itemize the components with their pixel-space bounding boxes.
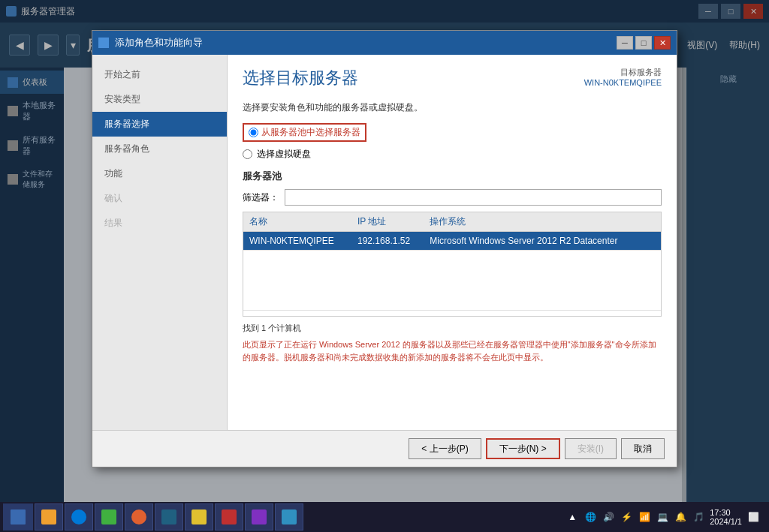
target-server-name: WIN-N0KTEMQIPEE — [584, 78, 662, 87]
radio-pool-label: 从服务器池中选择服务器 — [261, 126, 360, 139]
col-header-ip: IP 地址 — [351, 212, 424, 232]
tray-icon-5: 📶 — [638, 510, 651, 524]
tray-icon-4: ⚡ — [620, 510, 633, 524]
dialog-overlay: 添加角色和功能向导 ─ □ ✕ 开始之前 安装类型 — [0, 0, 769, 532]
tray-icon-3: 🔊 — [602, 510, 615, 524]
app7-icon — [222, 509, 237, 524]
target-server-label: 目标服务器 — [584, 67, 662, 78]
row-os: Microsoft Windows Server 2012 R2 Datacen… — [424, 232, 647, 251]
server-pool-section: 服务器池 筛选器： 名称 — [243, 170, 662, 363]
taskbar-item-app4[interactable] — [125, 503, 153, 530]
nav-step-confirm: 确认 — [92, 186, 227, 211]
col-header-name: 名称 — [243, 212, 351, 232]
install-button[interactable]: 安装(I) — [565, 438, 617, 459]
radio-vhd-label: 选择虚拟硬盘 — [257, 148, 311, 161]
dialog-title: 添加角色和功能向导 — [115, 36, 203, 50]
back-button[interactable]: < 上一步(P) — [409, 438, 481, 459]
dialog-minimize-button[interactable]: ─ — [617, 36, 633, 50]
nav-step-start[interactable]: 开始之前 — [92, 62, 227, 87]
table-footer-info: 找到 1 个计算机 — [243, 323, 662, 334]
nav-step-server-select[interactable]: 服务器选择 — [92, 112, 227, 137]
tray-icon-2: 🌐 — [584, 510, 597, 524]
taskbar-item-app6[interactable] — [185, 503, 213, 530]
taskbar-item-app7[interactable] — [215, 503, 243, 530]
dialog-main-content: 选择目标服务器 目标服务器 WIN-N0KTEMQIPEE 选择要安装角色和功能… — [228, 55, 677, 430]
dialog-body: 开始之前 安装类型 服务器选择 服务器角色 功能 确认 — [92, 55, 677, 430]
start-button[interactable] — [3, 503, 33, 530]
nav-step-install-type[interactable]: 安装类型 — [92, 87, 227, 112]
explorer-icon — [41, 509, 56, 524]
app6-icon — [191, 509, 207, 524]
row-extra — [647, 232, 661, 251]
filter-label: 筛选器： — [243, 191, 279, 204]
taskbar-item-app3[interactable] — [95, 503, 123, 530]
start-icon — [11, 509, 26, 524]
table-row[interactable]: WIN-N0KTEMQIPEE 192.168.1.52 Microsoft W… — [243, 232, 661, 251]
radio-pool-input[interactable] — [249, 128, 258, 137]
dialog-icon — [98, 38, 109, 48]
app3-icon — [101, 509, 116, 524]
dialog-close-button[interactable]: ✕ — [654, 36, 671, 50]
taskbar-item-edge[interactable] — [65, 503, 93, 530]
cancel-button[interactable]: 取消 — [621, 438, 665, 459]
col-header-extra — [647, 212, 661, 232]
tray-icon-8: 🎵 — [692, 510, 705, 524]
row-name: WIN-N0KTEMQIPEE — [243, 232, 351, 251]
dialog-titlebar: 添加角色和功能向导 ─ □ ✕ — [92, 31, 677, 55]
table-empty-row — [243, 251, 661, 311]
filter-row: 筛选器： — [243, 189, 662, 206]
app5-icon — [161, 509, 176, 524]
tray-icon-9: ⬜ — [746, 510, 760, 524]
dialog-maximize-button[interactable]: □ — [635, 36, 652, 50]
nav-step-server-roles[interactable]: 服务器角色 — [92, 137, 227, 161]
server-table: 名称 IP 地址 操作系统 WIN-N0KTEMQIPEE — [243, 212, 661, 311]
edge-icon — [71, 509, 86, 524]
dialog-nav: 开始之前 安装类型 服务器选择 服务器角色 功能 确认 — [92, 55, 228, 430]
dialog-header: 选择目标服务器 目标服务器 WIN-N0KTEMQIPEE — [243, 67, 662, 89]
app8-icon — [252, 509, 267, 524]
nav-step-result: 结果 — [92, 211, 227, 236]
nav-step-features[interactable]: 功能 — [92, 161, 227, 186]
tray-icon-6: 💻 — [656, 510, 669, 524]
taskbar-item-explorer[interactable] — [35, 503, 63, 530]
clock: 17:302024/1/1 — [710, 508, 742, 526]
dialog-titlebar-controls: ─ □ ✕ — [617, 36, 671, 50]
radio-selected-box: 从服务器池中选择服务器 — [243, 123, 366, 142]
dialog-footer: < 上一步(P) 下一步(N) > 安装(I) 取消 — [92, 430, 677, 467]
row-ip: 192.168.1.52 — [351, 232, 424, 251]
radio-option-vhd: 选择虚拟硬盘 — [243, 148, 662, 161]
add-roles-dialog: 添加角色和功能向导 ─ □ ✕ 开始之前 安装类型 — [92, 30, 677, 467]
app9-icon — [282, 509, 297, 524]
server-pool-title: 服务器池 — [243, 170, 662, 183]
section-description: 选择要安装角色和功能的服务器或虚拟硬盘。 — [243, 101, 662, 114]
col-header-os: 操作系统 — [424, 212, 647, 232]
server-table-container: 名称 IP 地址 操作系统 WIN-N0KTEMQIPEE — [243, 212, 662, 317]
taskbar-item-app5[interactable] — [155, 503, 183, 530]
radio-vhd-input[interactable] — [243, 149, 252, 159]
radio-option-pool: 从服务器池中选择服务器 — [243, 123, 662, 142]
dialog-main-title: 选择目标服务器 — [243, 67, 358, 89]
app4-icon — [131, 509, 146, 524]
taskbar-tray: ▲ 🌐 🔊 ⚡ 📶 💻 🔔 🎵 17:302024/1/1 ⬜ — [565, 508, 766, 526]
tray-icon-7: 🔔 — [674, 510, 687, 524]
radio-group: 从服务器池中选择服务器 选择虚拟硬盘 — [243, 123, 662, 161]
win-taskbar: ▲ 🌐 🔊 ⚡ 📶 💻 🔔 🎵 17:302024/1/1 ⬜ — [0, 502, 769, 532]
taskbar-item-app8[interactable] — [245, 503, 273, 530]
filter-input[interactable] — [285, 189, 662, 206]
tray-icon-1: ▲ — [565, 510, 579, 524]
next-button[interactable]: 下一步(N) > — [486, 438, 560, 459]
table-footer-desc: 此页显示了正在运行 Windows Server 2012 的服务器以及那些已经… — [243, 338, 662, 363]
taskbar-item-app9[interactable] — [275, 503, 303, 530]
target-server-info: 目标服务器 WIN-N0KTEMQIPEE — [584, 67, 662, 87]
